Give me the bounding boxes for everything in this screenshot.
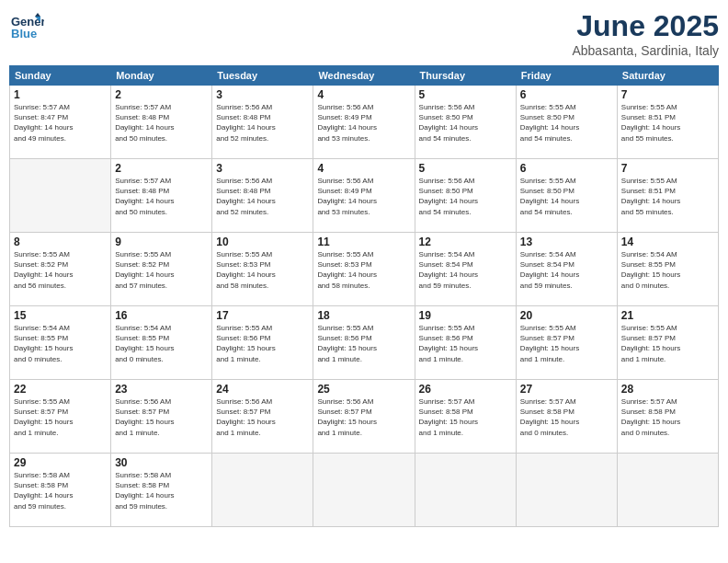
day-number: 17 — [216, 309, 309, 322]
day-number: 23 — [115, 383, 208, 396]
day-info: Sunrise: 5:55 AM Sunset: 8:57 PM Dayligh… — [520, 323, 613, 364]
day-info: Sunrise: 5:57 AM Sunset: 8:58 PM Dayligh… — [520, 396, 613, 438]
table-row: 15Sunrise: 5:54 AM Sunset: 8:55 PM Dayli… — [10, 306, 719, 380]
table-cell: 11Sunrise: 5:55 AM Sunset: 8:53 PM Dayli… — [313, 233, 415, 306]
day-info: Sunrise: 5:55 AM Sunset: 8:53 PM Dayligh… — [317, 249, 410, 291]
day-info: Sunrise: 5:56 AM Sunset: 8:50 PM Dayligh… — [419, 102, 512, 144]
day-info: Sunrise: 5:56 AM Sunset: 8:48 PM Dayligh… — [216, 176, 309, 217]
table-cell: 27Sunrise: 5:57 AM Sunset: 8:58 PM Dayli… — [516, 380, 617, 454]
header: General Blue June 2025 Abbasanta, Sardin… — [9, 9, 719, 58]
table-cell: 8Sunrise: 5:55 AM Sunset: 8:52 PM Daylig… — [10, 233, 111, 306]
logo: General Blue — [9, 9, 44, 48]
table-cell: 9Sunrise: 5:55 AM Sunset: 8:52 PM Daylig… — [111, 233, 212, 306]
day-number: 6 — [520, 162, 613, 175]
col-wednesday: Wednesday — [313, 66, 415, 86]
table-cell: 7Sunrise: 5:55 AM Sunset: 8:51 PM Daylig… — [617, 86, 718, 159]
day-number: 4 — [317, 162, 410, 175]
table-cell: 13Sunrise: 5:54 AM Sunset: 8:54 PM Dayli… — [516, 233, 617, 306]
table-cell — [10, 159, 111, 233]
table-row: 29Sunrise: 5:58 AM Sunset: 8:58 PM Dayli… — [10, 454, 719, 527]
day-number: 20 — [520, 309, 613, 322]
day-number: 15 — [14, 309, 107, 322]
table-cell: 20Sunrise: 5:55 AM Sunset: 8:57 PM Dayli… — [516, 306, 617, 380]
day-number: 14 — [621, 236, 714, 248]
table-cell: 16Sunrise: 5:54 AM Sunset: 8:55 PM Dayli… — [111, 306, 212, 380]
day-info: Sunrise: 5:55 AM Sunset: 8:50 PM Dayligh… — [520, 102, 613, 144]
table-cell: 23Sunrise: 5:56 AM Sunset: 8:57 PM Dayli… — [111, 380, 212, 454]
table-cell — [516, 454, 617, 527]
day-number: 3 — [216, 88, 309, 101]
day-number: 5 — [419, 162, 512, 175]
table-cell: 1Sunrise: 5:57 AM Sunset: 8:47 PM Daylig… — [10, 86, 111, 159]
day-number: 25 — [317, 383, 410, 396]
calendar-table: Sunday Monday Tuesday Wednesday Thursday… — [9, 65, 719, 527]
day-info: Sunrise: 5:54 AM Sunset: 8:54 PM Dayligh… — [419, 249, 512, 291]
day-info: Sunrise: 5:56 AM Sunset: 8:50 PM Dayligh… — [419, 176, 512, 217]
table-cell — [313, 454, 415, 527]
subtitle: Abbasanta, Sardinia, Italy — [572, 43, 719, 58]
day-info: Sunrise: 5:54 AM Sunset: 8:54 PM Dayligh… — [520, 249, 613, 291]
table-cell: 3Sunrise: 5:56 AM Sunset: 8:48 PM Daylig… — [212, 159, 313, 233]
day-number: 7 — [621, 162, 714, 175]
day-number: 8 — [14, 236, 107, 248]
table-cell — [617, 454, 718, 527]
table-cell: 14Sunrise: 5:54 AM Sunset: 8:55 PM Dayli… — [617, 233, 718, 306]
day-info: Sunrise: 5:54 AM Sunset: 8:55 PM Dayligh… — [14, 323, 107, 364]
day-info: Sunrise: 5:56 AM Sunset: 8:49 PM Dayligh… — [317, 102, 410, 144]
day-number: 28 — [621, 383, 714, 396]
svg-text:Blue: Blue — [11, 27, 37, 40]
table-cell: 21Sunrise: 5:55 AM Sunset: 8:57 PM Dayli… — [617, 306, 718, 380]
table-cell: 19Sunrise: 5:55 AM Sunset: 8:56 PM Dayli… — [415, 306, 516, 380]
day-number: 6 — [520, 88, 613, 101]
table-cell: 4Sunrise: 5:56 AM Sunset: 8:49 PM Daylig… — [313, 86, 415, 159]
day-info: Sunrise: 5:56 AM Sunset: 8:57 PM Dayligh… — [317, 396, 410, 438]
col-friday: Friday — [516, 66, 617, 86]
day-info: Sunrise: 5:54 AM Sunset: 8:55 PM Dayligh… — [115, 323, 208, 364]
table-cell: 22Sunrise: 5:55 AM Sunset: 8:57 PM Dayli… — [10, 380, 111, 454]
table-cell: 17Sunrise: 5:55 AM Sunset: 8:56 PM Dayli… — [212, 306, 313, 380]
day-number: 16 — [115, 309, 208, 322]
day-info: Sunrise: 5:57 AM Sunset: 8:58 PM Dayligh… — [621, 396, 714, 438]
day-info: Sunrise: 5:54 AM Sunset: 8:55 PM Dayligh… — [621, 249, 714, 291]
day-number: 29 — [14, 456, 107, 469]
day-number: 2 — [115, 162, 208, 175]
col-sunday: Sunday — [10, 66, 111, 86]
table-cell: 5Sunrise: 5:56 AM Sunset: 8:50 PM Daylig… — [415, 159, 516, 233]
day-number: 9 — [115, 236, 208, 248]
day-number: 24 — [216, 383, 309, 396]
table-cell: 24Sunrise: 5:56 AM Sunset: 8:57 PM Dayli… — [212, 380, 313, 454]
day-number: 21 — [621, 309, 714, 322]
month-title: June 2025 — [572, 9, 719, 43]
table-cell: 18Sunrise: 5:55 AM Sunset: 8:56 PM Dayli… — [313, 306, 415, 380]
day-number: 1 — [14, 88, 107, 101]
table-cell: 6Sunrise: 5:55 AM Sunset: 8:50 PM Daylig… — [516, 159, 617, 233]
day-number: 27 — [520, 383, 613, 396]
day-info: Sunrise: 5:57 AM Sunset: 8:47 PM Dayligh… — [14, 102, 107, 144]
day-info: Sunrise: 5:55 AM Sunset: 8:50 PM Dayligh… — [520, 176, 613, 217]
day-number: 13 — [520, 236, 613, 248]
table-cell: 28Sunrise: 5:57 AM Sunset: 8:58 PM Dayli… — [617, 380, 718, 454]
table-cell: 26Sunrise: 5:57 AM Sunset: 8:58 PM Dayli… — [415, 380, 516, 454]
table-cell: 3Sunrise: 5:56 AM Sunset: 8:48 PM Daylig… — [212, 86, 313, 159]
table-cell: 12Sunrise: 5:54 AM Sunset: 8:54 PM Dayli… — [415, 233, 516, 306]
table-cell: 29Sunrise: 5:58 AM Sunset: 8:58 PM Dayli… — [10, 454, 111, 527]
day-info: Sunrise: 5:55 AM Sunset: 8:56 PM Dayligh… — [216, 323, 309, 364]
page: General Blue June 2025 Abbasanta, Sardin… — [0, 0, 728, 563]
day-number: 7 — [621, 88, 714, 101]
day-info: Sunrise: 5:55 AM Sunset: 8:57 PM Dayligh… — [621, 323, 714, 364]
day-info: Sunrise: 5:55 AM Sunset: 8:57 PM Dayligh… — [14, 396, 107, 438]
day-number: 11 — [317, 236, 410, 248]
table-cell: 7Sunrise: 5:55 AM Sunset: 8:51 PM Daylig… — [617, 159, 718, 233]
day-number: 5 — [419, 88, 512, 101]
table-cell: 2Sunrise: 5:57 AM Sunset: 8:48 PM Daylig… — [111, 159, 212, 233]
table-cell: 15Sunrise: 5:54 AM Sunset: 8:55 PM Dayli… — [10, 306, 111, 380]
table-cell: 2Sunrise: 5:57 AM Sunset: 8:48 PM Daylig… — [111, 86, 212, 159]
day-number: 4 — [317, 88, 410, 101]
day-info: Sunrise: 5:58 AM Sunset: 8:58 PM Dayligh… — [14, 470, 107, 511]
col-saturday: Saturday — [617, 66, 718, 86]
table-row: 1Sunrise: 5:57 AM Sunset: 8:47 PM Daylig… — [10, 86, 719, 159]
table-row: 8Sunrise: 5:55 AM Sunset: 8:52 PM Daylig… — [10, 233, 719, 306]
day-number: 22 — [14, 383, 107, 396]
day-number: 2 — [115, 88, 208, 101]
table-cell: 25Sunrise: 5:56 AM Sunset: 8:57 PM Dayli… — [313, 380, 415, 454]
